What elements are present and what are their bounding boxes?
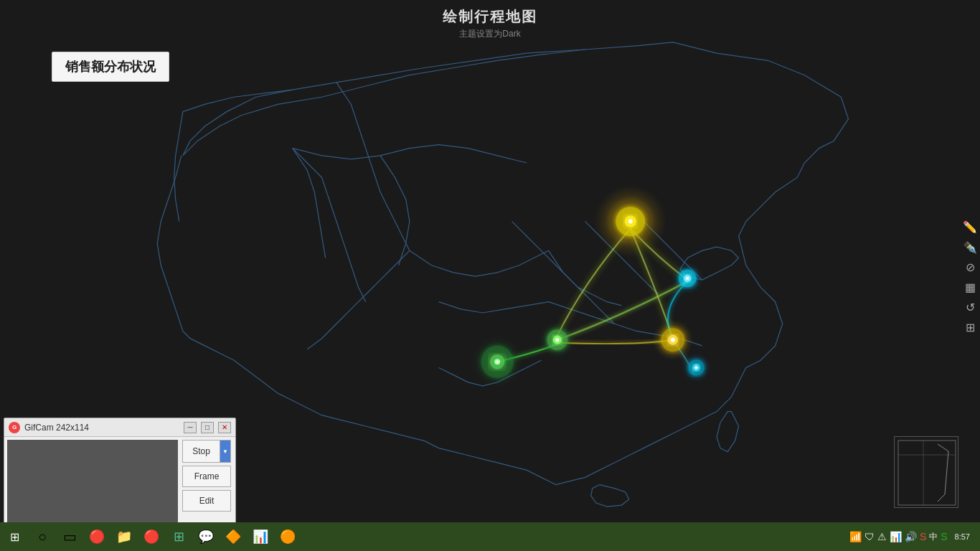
svg-point-20 (694, 366, 697, 369)
gifcam-close-button[interactable]: ✕ (218, 422, 231, 433)
sales-label: 销售额分布状况 (52, 52, 169, 82)
pencil-icon[interactable]: ✏️ (961, 218, 979, 235)
antivirus2-icon[interactable]: S (941, 531, 947, 542)
mini-box (894, 436, 958, 508)
taskbar-explorer[interactable]: 📁 (111, 524, 137, 550)
taskbar-app-5[interactable]: 🟠 (275, 524, 301, 550)
eraser-icon[interactable]: ⊘ (961, 258, 979, 276)
gifcam-window: G GifCam 242x114 ─ □ ✕ Stop ▼ Frame Edit (4, 418, 236, 529)
stop-button[interactable]: Stop (182, 440, 220, 463)
gifcam-content: Stop ▼ Frame Edit (4, 437, 235, 528)
gifcam-app-icon: G (9, 422, 20, 433)
time-display: 8:57 (955, 532, 970, 541)
taskbar-clock[interactable]: 8:57 (951, 532, 974, 541)
svg-point-25 (496, 361, 499, 363)
taskbar-app-4[interactable]: 📊 (248, 524, 273, 550)
gifcam-buttons: Stop ▼ Frame Edit (178, 437, 235, 528)
start-button[interactable]: ⊞ (0, 522, 29, 551)
grid-icon[interactable]: ▦ (961, 278, 979, 296)
taskbar-right: 📶 🛡 ⚠ 📊 🔊 S 中 S 8:57 (849, 531, 980, 543)
wifi-icon[interactable]: 📶 (849, 531, 862, 542)
shield-icon[interactable]: 🛡 (864, 531, 875, 542)
gifcam-titlebar: G GifCam 242x114 ─ □ ✕ (4, 418, 235, 437)
gifcam-preview-area (7, 440, 178, 525)
main-title: 绘制行程地图 (0, 7, 980, 27)
taskbar-app-1[interactable]: 🔴 (84, 524, 110, 550)
stop-dropdown-button[interactable]: ▼ (220, 440, 231, 463)
frame-button[interactable]: Frame (182, 466, 231, 487)
svg-point-4 (628, 220, 633, 224)
windows-icon: ⊞ (10, 530, 19, 544)
taskbar-app-2[interactable]: 🔴 (138, 524, 164, 550)
refresh-icon[interactable]: ↺ (961, 298, 979, 316)
speaker-icon[interactable]: 🔊 (905, 531, 917, 542)
gifcam-restore-button[interactable]: □ (201, 422, 214, 433)
svg-point-16 (671, 338, 675, 342)
alert-icon[interactable]: ⚠ (877, 531, 887, 542)
taskbar-wechat[interactable]: 💬 (193, 524, 219, 550)
input-method-icon[interactable]: 中 (929, 531, 938, 543)
taskbar-app-3[interactable]: 🔶 (220, 524, 246, 550)
right-toolbar: ✏️ ✒️ ⊘ ▦ ↺ ⊞ (960, 215, 980, 339)
svg-point-8 (686, 277, 689, 280)
taskbar-search[interactable]: ○ (29, 524, 55, 550)
stop-button-group: Stop ▼ (182, 440, 231, 463)
pen-icon[interactable]: ✒️ (961, 238, 979, 255)
gifcam-title: GifCam 242x114 (24, 423, 179, 433)
edit-button[interactable]: Edit (182, 490, 231, 512)
sub-title: 主题设置为Dark (0, 28, 980, 40)
layout-icon[interactable]: ⊞ (961, 319, 979, 336)
svg-point-12 (555, 338, 559, 342)
taskbar-grid[interactable]: ⊞ (166, 524, 192, 550)
taskbar-taskview[interactable]: ▭ (57, 524, 83, 550)
task-manager-icon[interactable]: 📊 (890, 531, 902, 542)
title-bar: 绘制行程地图 主题设置为Dark (0, 7, 980, 40)
taskbar: ⊞ ○ ▭ 🔴 📁 🔴 ⊞ 💬 🔶 📊 🟠 📶 🛡 ⚠ 📊 🔊 S 中 S 8:… (0, 522, 980, 551)
antivirus-icon[interactable]: S (920, 531, 926, 542)
gifcam-minimize-button[interactable]: ─ (184, 422, 197, 433)
